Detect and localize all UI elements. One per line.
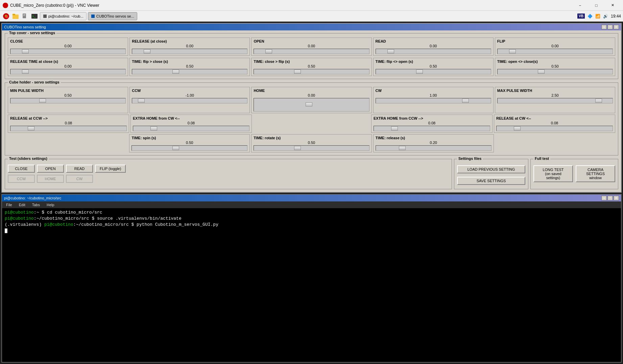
slider-time-rotate-thumb[interactable] bbox=[294, 146, 301, 150]
slider-release-time-track[interactable] bbox=[10, 69, 126, 74]
slider-time-close-flip-label: TIME: close > flip (s) bbox=[254, 59, 369, 64]
slider-time-rotate-value: 0.50 bbox=[254, 141, 369, 145]
tab-pi-cubotino[interactable]: pi@cubotino: ~/cub... bbox=[40, 12, 87, 20]
slider-max-pulse-thumb[interactable] bbox=[595, 99, 602, 103]
slider-min-pulse-track[interactable] bbox=[10, 98, 126, 103]
raspberry-icon[interactable]: 🍓 bbox=[2, 12, 10, 20]
slider-time-release-thumb[interactable] bbox=[399, 146, 406, 150]
slider-extra-home-cw: EXTRA HOME from CW <-- 0.08 bbox=[130, 115, 252, 133]
slider-time-open-close-value: 0.50 bbox=[497, 64, 613, 68]
close-button[interactable]: ✕ bbox=[605, 0, 620, 11]
long-test-btn[interactable]: LONG TEST (on saved settings) bbox=[533, 165, 573, 182]
save-settings-btn[interactable]: SAVE SETTINGS bbox=[457, 177, 525, 185]
slider-home-track[interactable] bbox=[254, 98, 369, 112]
terminal-icon[interactable]: >_ bbox=[30, 12, 39, 20]
terminal-menu-edit[interactable]: Edit bbox=[18, 202, 27, 208]
slider-release-ccw-thumb[interactable] bbox=[28, 126, 34, 130]
test-ccw-btn[interactable]: CCW bbox=[8, 175, 35, 183]
window-controls: − □ ✕ bbox=[572, 0, 620, 11]
terminal-line-2: pi@cubotino:~/cubotino_micro/src $ sourc… bbox=[5, 216, 618, 222]
slider-open-track[interactable] bbox=[254, 49, 369, 54]
slider-min-pulse-value: 0.50 bbox=[10, 93, 126, 97]
tab-pi-label: pi@cubotino: ~/cub... bbox=[48, 14, 83, 18]
slider-open-thumb[interactable] bbox=[265, 49, 272, 53]
slider-time-flip-open: TIME: flip <> open (s) 0.50 bbox=[373, 58, 494, 76]
slider-cw-thumb[interactable] bbox=[462, 99, 469, 103]
slider-time-flip-close-thumb[interactable] bbox=[172, 70, 179, 74]
terminal-menu-tabs[interactable]: Tabs bbox=[31, 202, 41, 208]
svg-rect-7 bbox=[23, 15, 25, 15]
top-cover-row2: RELEASE TIME at close (s) 0.00 TIME: fli… bbox=[8, 58, 615, 76]
tab-cubotino-servos[interactable]: CUBOTino servos se... bbox=[88, 12, 137, 20]
slider-time-release-track[interactable] bbox=[376, 145, 492, 151]
svg-rect-4 bbox=[13, 14, 15, 15]
system-tray: VB 🔷 📶 🔊 19:44 bbox=[577, 14, 621, 19]
test-cw-btn[interactable]: CW bbox=[66, 175, 93, 183]
minimize-button[interactable]: − bbox=[572, 0, 588, 11]
slider-extra-home-ccw-track[interactable] bbox=[374, 126, 490, 131]
slider-release-at-close-track[interactable] bbox=[132, 49, 247, 54]
camera-settings-btn[interactable]: CAMERA SETTINGS window bbox=[576, 165, 615, 182]
panel-close-btn[interactable]: ✕ bbox=[614, 25, 619, 29]
slider-time-rotate-track[interactable] bbox=[254, 145, 369, 151]
slider-time-spin-track[interactable] bbox=[131, 145, 247, 151]
slider-time-flip-close-track[interactable] bbox=[132, 69, 247, 74]
taskbar: 🍓 >_ pi@cubotino: ~/cub... CUBOTino serv… bbox=[0, 11, 623, 22]
slider-open-value: 0.00 bbox=[254, 44, 369, 48]
slider-time-open-close-track[interactable] bbox=[497, 69, 613, 74]
load-previous-btn[interactable]: LOAD PREVIOUS SETTING bbox=[457, 165, 525, 173]
panel-minimize-btn[interactable]: v bbox=[601, 25, 607, 29]
slider-read-thumb[interactable] bbox=[387, 49, 394, 53]
slider-ccw-label: CCW bbox=[132, 89, 247, 93]
slider-ccw-track[interactable] bbox=[132, 98, 247, 103]
maximize-button[interactable]: □ bbox=[589, 0, 604, 11]
terminal-maximize-btn[interactable]: ^ bbox=[607, 196, 613, 200]
slider-release-time-thumb[interactable] bbox=[22, 70, 29, 74]
app-icon bbox=[3, 3, 8, 8]
slider-flip-thumb[interactable] bbox=[509, 49, 516, 53]
slider-extra-home-ccw-thumb[interactable] bbox=[391, 126, 398, 130]
terminal-close-btn[interactable]: ✕ bbox=[614, 196, 619, 200]
files-icon[interactable] bbox=[21, 12, 29, 20]
slider-release-ccw-track[interactable] bbox=[10, 126, 127, 131]
slider-release-cw-thumb[interactable] bbox=[514, 126, 521, 130]
terminal-menu-file[interactable]: File bbox=[5, 202, 14, 208]
slider-close-track[interactable] bbox=[10, 49, 126, 54]
slider-min-pulse-label: MIN PULSE WIDTH bbox=[10, 89, 126, 93]
terminal-menu-help[interactable]: Help bbox=[45, 202, 56, 208]
slider-time-flip-open-label: TIME: flip <> open (s) bbox=[376, 59, 491, 64]
slider-time-spin-thumb[interactable] bbox=[172, 146, 179, 150]
slider-release-at-close-thumb[interactable] bbox=[144, 49, 150, 53]
slider-extra-home-cw-thumb[interactable] bbox=[150, 126, 157, 130]
slider-min-pulse-thumb[interactable] bbox=[39, 99, 46, 103]
slider-release-cw-track[interactable] bbox=[496, 126, 613, 131]
slider-read-track[interactable] bbox=[376, 49, 491, 54]
slider-close-thumb[interactable] bbox=[22, 49, 29, 53]
slider-time-close-flip-track[interactable] bbox=[254, 69, 369, 74]
test-flip-btn[interactable]: FLIP (toggle) bbox=[95, 165, 126, 173]
slider-max-pulse-track[interactable] bbox=[497, 98, 613, 103]
full-test-legend: Full test bbox=[533, 156, 550, 161]
terminal-minimize-btn[interactable]: v bbox=[601, 196, 607, 200]
slider-time-rotate: TIME: rotate (s) 0.50 bbox=[251, 134, 372, 152]
slider-time-flip-open-thumb[interactable] bbox=[416, 70, 423, 74]
folder-icon[interactable] bbox=[11, 12, 20, 20]
test-home-btn[interactable]: HOME bbox=[37, 175, 64, 183]
slider-cw-track[interactable] bbox=[376, 98, 491, 103]
slider-time-flip-open-track[interactable] bbox=[376, 69, 491, 74]
slider-ccw-thumb[interactable] bbox=[138, 99, 145, 103]
slider-extra-home-cw-track[interactable] bbox=[133, 126, 249, 131]
terminal-body[interactable]: pi@cubotino:~ $ cd cubotino_micro/src pi… bbox=[2, 208, 621, 362]
test-read-btn[interactable]: READ bbox=[66, 165, 93, 173]
slider-time-open-close-thumb[interactable] bbox=[538, 70, 545, 74]
test-close-btn[interactable]: CLOSE bbox=[8, 165, 35, 173]
slider-time-flip-close-label: TIME: flip > close (s) bbox=[132, 59, 247, 64]
slider-flip-track[interactable] bbox=[497, 49, 613, 54]
test-open-btn[interactable]: OPEN bbox=[37, 165, 64, 173]
panel-maximize-btn[interactable]: ^ bbox=[607, 25, 613, 29]
slider-ccw-value: -1.00 bbox=[132, 93, 247, 97]
slider-home-thumb[interactable] bbox=[306, 102, 312, 106]
slider-read: READ 0.00 bbox=[373, 38, 494, 56]
svg-point-0 bbox=[4, 4, 7, 7]
slider-time-close-flip-thumb[interactable] bbox=[294, 70, 301, 74]
